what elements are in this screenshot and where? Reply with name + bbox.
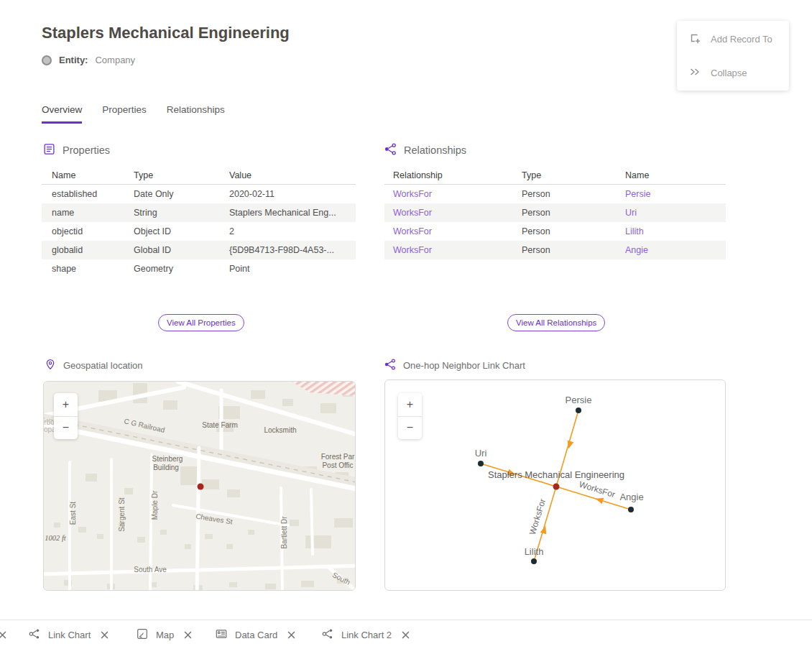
tab-label: Link Chart 2 [341,630,392,640]
table-row: WorksFor Person Lilith [384,222,726,241]
menu-item-label: Collapse [711,68,747,78]
col-header: Type [522,170,625,180]
tab-label: Map [156,630,174,640]
map-label: Locksmith [264,426,296,434]
relationship-link[interactable]: WorksFor [393,208,432,218]
node-lilith[interactable] [531,558,537,564]
tab-properties[interactable]: Properties [102,104,147,124]
bottom-tab-link-chart-2[interactable]: Link Chart 2 [322,620,410,649]
map-marker[interactable] [198,484,204,490]
page-title: Staplers Mechanical Engineering [42,24,290,42]
node-label: Angie [619,492,643,502]
table-row: WorksFor Person Persie [384,185,726,203]
link-chart-icon [29,628,40,642]
table-header: Relationship Type Name [384,166,726,185]
close-icon[interactable] [287,631,295,639]
data-card-icon [216,628,227,642]
relationship-link[interactable]: WorksFor [393,245,432,255]
section-title: Geospatial location [63,360,143,371]
geospatial-header: Geospatial location [45,359,143,372]
properties-table: Name Type Value established Date Only 20… [42,166,356,278]
close-icon[interactable] [101,631,109,639]
link-chart-zoom-control: + − [398,393,422,439]
relationship-link[interactable]: WorksFor [393,226,432,236]
bottom-tab-bar: Link Chart Map [0,620,812,649]
tab-label: Data Card [235,630,277,640]
map-label: State Farm [202,421,237,429]
entity-link[interactable]: Uri [625,208,637,218]
col-header: Type [134,170,229,180]
map-label: Forest Par [321,453,355,461]
map-label: Sargent St [118,497,126,531]
add-record-icon [688,32,701,47]
map-label: East St [69,502,77,525]
col-header: Value [229,170,356,180]
zoom-in-button[interactable]: + [398,393,422,417]
map-scale-label: 1002 ft [45,534,65,542]
collapse-icon [688,65,701,80]
context-menu: Add Record To Collapse [677,21,789,91]
view-all-relationships-button[interactable]: View All Relationships [507,314,605,331]
properties-icon [43,143,55,157]
entity-link[interactable]: Angie [625,245,648,255]
entity-row: Entity: Company [42,55,135,65]
node-angie[interactable] [628,507,634,512]
tab-overview[interactable]: Overview [42,104,82,124]
table-row: globalid Global ID {5D9B4713-F98D-4A53-.… [42,241,356,259]
col-header: Relationship [384,170,522,180]
relationship-link[interactable]: WorksFor [393,189,432,199]
bottom-tab-link-chart[interactable]: Link Chart [29,620,109,649]
properties-section-header: Properties [43,143,110,157]
zoom-in-button[interactable]: + [54,393,78,417]
entity-link[interactable]: Persie [625,189,650,199]
node-label: Persie [566,395,592,405]
link-chart-header: One-hop Neighbor Link Chart [384,359,525,372]
map-label: Building [153,464,179,471]
zoom-out-button[interactable]: − [398,417,422,440]
node-label: Lilith [525,546,544,557]
view-all-properties-button[interactable]: View All Properties [158,314,244,331]
col-header: Name [42,170,134,180]
section-title: Relationships [404,144,466,156]
node-persie[interactable] [576,408,581,413]
map-zoom-control: + − [54,393,78,439]
close-icon[interactable] [0,631,6,639]
menu-item-collapse[interactable]: Collapse [688,65,747,80]
partial-tab-close[interactable] [0,620,6,649]
node-center[interactable] [553,484,560,490]
close-icon[interactable] [402,631,410,639]
tab-label: Link Chart [48,630,91,640]
table-header: Name Type Value [42,166,356,185]
close-icon[interactable] [184,631,192,639]
map-label: Bartlett Dr [280,516,288,548]
entity-label: Entity: [59,55,88,65]
center-node-label: Staplers Mechanical Engineering [488,469,624,480]
bottom-tab-data-card[interactable]: Data Card [216,620,295,649]
relationships-table: Relationship Type Name WorksFor Person P… [384,166,726,259]
table-row: objectid Object ID 2 [42,222,356,241]
table-row: WorksFor Person Angie [384,241,726,259]
entity-link[interactable]: Lilith [625,226,644,236]
map-pin-icon [45,359,56,372]
zoom-out-button[interactable]: − [54,417,78,440]
col-header: Name [625,170,726,180]
table-row: name String Staplers Mechanical Eng... [42,203,356,222]
link-chart-icon [384,359,396,372]
one-hop-link-chart[interactable]: + − Persie Uri Angie Lilith Staplers Mec… [384,379,726,591]
entity-type-dot [42,55,52,65]
data-card-page: Staplers Mechanical Engineering Entity: … [0,0,812,649]
menu-item-add-record-to[interactable]: Add Record To [688,31,772,47]
relationships-section-header: Relationships [384,143,466,157]
node-uri[interactable] [478,461,484,466]
table-row: established Date Only 2020-02-11 [42,185,356,203]
tab-relationships[interactable]: Relationships [167,104,225,124]
link-chart-icon [322,628,333,642]
geospatial-map[interactable]: + − C G Railroad State Farm Locksmith St… [43,381,356,591]
map-icon [137,628,148,642]
bottom-tab-map[interactable]: Map [137,620,192,649]
map-label: Maple Dr [151,491,159,520]
menu-item-label: Add Record To [711,34,772,45]
section-title: One-hop Neighbor Link Chart [403,360,525,371]
map-label: South Ave [134,566,166,574]
entity-type: Company [95,55,135,65]
